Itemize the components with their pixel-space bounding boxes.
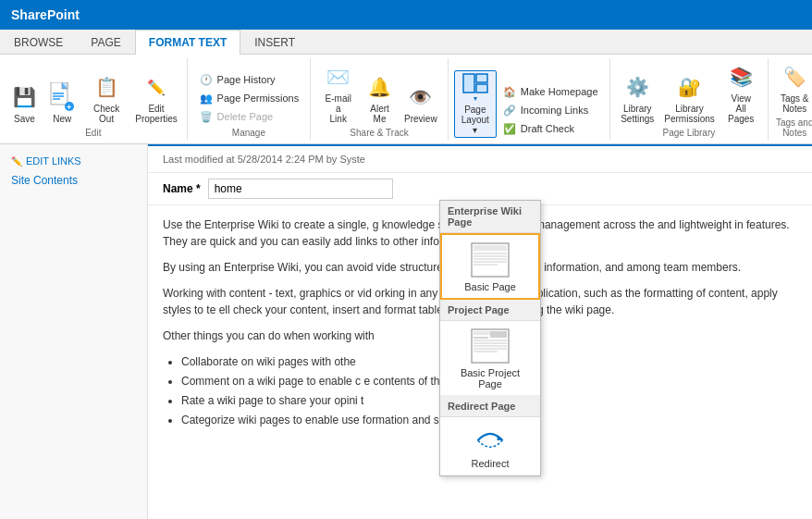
edit-links-label: EDIT LINKS (26, 155, 81, 167)
app-title: SharePoint (11, 7, 80, 22)
page-history-button[interactable]: 🕐 Page History (193, 70, 305, 89)
library-permissions-label: LibraryPermissions (664, 104, 714, 124)
delete-page-button[interactable]: 🗑️ Delete Page (193, 107, 305, 126)
save-button[interactable]: 💾 Save (6, 80, 43, 126)
redirect-item[interactable]: Redirect (440, 417, 540, 476)
alert-me-icon: 🔔 (365, 72, 395, 102)
page-permissions-button[interactable]: 👥 Page Permissions (193, 89, 305, 107)
draft-check-button[interactable]: ✅ Draft Check (497, 119, 604, 138)
alert-me-label: AlertMe (370, 104, 389, 124)
preview-label: Preview (404, 114, 437, 124)
page-layout-items: PageLayout ▾ 🏠 Make Homepage 🔗 Incoming … (454, 60, 604, 138)
title-bar: SharePoint (0, 0, 812, 30)
group-share-track-label: Share & Track (350, 128, 408, 138)
basic-project-page-icon (468, 327, 512, 367)
edit-properties-label: EditProperties (135, 104, 178, 124)
svg-rect-9 (476, 74, 487, 82)
tab-format-text[interactable]: FORMAT TEXT (135, 30, 240, 55)
tab-insert[interactable]: INSERT (240, 30, 309, 55)
app-body: ✏️ EDIT LINKS Site Contents Last modifie… (0, 144, 812, 519)
preview-icon: 👁️ (406, 82, 436, 112)
make-homepage-button[interactable]: 🏠 Make Homepage (497, 82, 604, 101)
incoming-links-button[interactable]: 🔗 Incoming Links (497, 101, 604, 119)
group-share-track: ✉️ E-mail aLink 🔔 AlertMe 👁️ Preview Sha… (311, 58, 449, 140)
manage-items: 🕐 Page History 👥 Page Permissions 🗑️ Del… (193, 60, 305, 126)
view-all-pages-label: View AllPages (725, 93, 757, 124)
share-track-items: ✉️ E-mail aLink 🔔 AlertMe 👁️ Preview (316, 60, 442, 126)
new-label: New (53, 114, 71, 124)
page-layout-button[interactable]: PageLayout ▾ (454, 70, 497, 138)
view-all-pages-icon: 📚 (726, 62, 756, 92)
page-library-items: ⚙️ LibrarySettings 🔐 LibraryPermissions … (616, 60, 763, 126)
edit-properties-icon: ✏️ (141, 72, 171, 102)
svg-text:+: + (67, 103, 71, 112)
make-homepage-icon: 🏠 (502, 84, 517, 99)
name-label: Name * (163, 182, 201, 195)
group-tags-notes: 🏷️ Tags &Notes Tags and Notes (769, 58, 812, 140)
redirect-icon (471, 423, 510, 458)
basic-project-page-label: Basic ProjectPage (461, 367, 520, 389)
edit-properties-button[interactable]: ✏️ EditProperties (131, 70, 180, 126)
checkout-label: Check Out (87, 104, 127, 124)
library-settings-icon: ⚙️ (622, 72, 652, 102)
tags-notes-button[interactable]: 🏷️ Tags &Notes (774, 60, 812, 116)
page-permissions-icon: 👥 (199, 91, 214, 105)
preview-button[interactable]: 👁️ Preview (400, 80, 442, 126)
view-all-pages-button[interactable]: 📚 View AllPages (720, 60, 762, 126)
email-link-button[interactable]: ✉️ E-mail aLink (316, 60, 360, 126)
ribbon-tabs: BROWSE PAGE FORMAT TEXT INSERT (0, 30, 812, 55)
sidebar: ✏️ EDIT LINKS Site Contents (0, 144, 148, 519)
checkout-icon: 📋 (92, 72, 121, 102)
group-manage: 🕐 Page History 👥 Page Permissions 🗑️ Del… (188, 58, 312, 140)
ribbon: BROWSE PAGE FORMAT TEXT INSERT 💾 Save (0, 30, 812, 144)
tags-notes-label: Tags &Notes (781, 93, 809, 114)
edit-links-header[interactable]: ✏️ EDIT LINKS (0, 152, 147, 170)
manage-buttons: 🕐 Page History 👥 Page Permissions 🗑️ Del… (193, 70, 305, 126)
new-icon: + (47, 82, 77, 112)
redirect-page-header: Redirect Page (440, 396, 540, 417)
basic-page-item[interactable]: Basic Page (440, 233, 540, 300)
library-settings-button[interactable]: ⚙️ LibrarySettings (616, 70, 659, 126)
svg-rect-27 (490, 331, 507, 338)
tags-notes-icon: 🏷️ (780, 62, 809, 92)
svg-marker-11 (474, 97, 477, 101)
svg-rect-8 (463, 74, 474, 93)
email-link-label: E-mail aLink (322, 93, 354, 124)
tab-browse[interactable]: BROWSE (0, 30, 77, 55)
alert-me-button[interactable]: 🔔 AlertMe (360, 70, 400, 126)
checkout-button[interactable]: 📋 Check Out (81, 70, 132, 126)
group-edit-label: Edit (85, 128, 101, 138)
incoming-links-icon: 🔗 (502, 103, 517, 117)
page-layout-icon (461, 73, 490, 103)
ribbon-content: 💾 Save + (0, 55, 812, 143)
redirect-label: Redirect (472, 458, 510, 469)
basic-project-page-item[interactable]: Basic ProjectPage (440, 321, 540, 396)
site-contents-link[interactable]: Site Contents (0, 170, 147, 191)
basic-page-label: Basic Page (464, 281, 516, 292)
page-history-icon: 🕐 (199, 72, 214, 87)
new-button[interactable]: + New (43, 80, 81, 126)
page-layout-dropdown: Enterprise Wiki Page Basic Page P (439, 200, 541, 476)
save-label: Save (14, 114, 35, 124)
delete-page-icon: 🗑️ (199, 109, 214, 124)
name-input[interactable] (208, 179, 393, 199)
email-link-icon: ✉️ (324, 62, 353, 92)
group-tags-notes-label: Tags and Notes (774, 117, 812, 138)
library-settings-label: LibrarySettings (621, 104, 654, 124)
basic-page-icon (468, 241, 512, 281)
draft-check-icon: ✅ (502, 121, 517, 136)
page-layout-label: PageLayout ▾ (461, 105, 490, 135)
svg-rect-13 (474, 245, 507, 251)
svg-rect-10 (476, 84, 487, 93)
save-icon: 💾 (9, 82, 39, 112)
library-permissions-button[interactable]: 🔐 LibraryPermissions (659, 70, 720, 126)
tab-page[interactable]: PAGE (77, 30, 134, 55)
tags-notes-items: 🏷️ Tags &Notes (774, 60, 812, 116)
group-edit: 💾 Save + (0, 58, 188, 140)
group-page-library-label: Page Library (663, 128, 716, 138)
edit-items: 💾 Save + (6, 60, 181, 126)
group-page-layout: PageLayout ▾ 🏠 Make Homepage 🔗 Incoming … (449, 58, 610, 140)
library-permissions-icon: 🔐 (675, 72, 705, 102)
group-manage-label: Manage (232, 128, 265, 138)
pencil-icon: ✏️ (11, 156, 22, 167)
